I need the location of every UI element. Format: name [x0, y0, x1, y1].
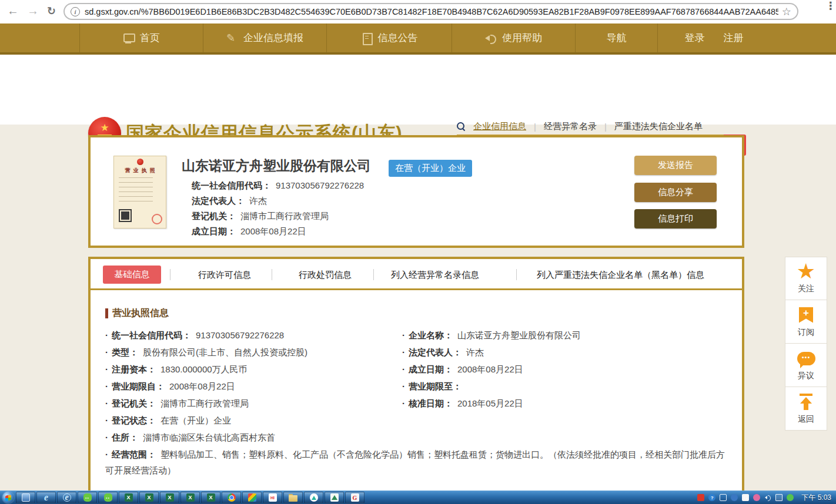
excel-button-3[interactable]	[160, 492, 179, 503]
browser-chrome: ← → ↻ sd.gsxt.gov.cn/%7BB6D019E6D1B6E86B…	[0, 0, 836, 23]
help-icon[interactable]	[708, 494, 715, 501]
print-info-button[interactable]: 信息打印	[634, 209, 717, 229]
company-key-fields: 统一社会信用代码：913703056792276228 法定代表人：许杰 登记机…	[192, 178, 364, 239]
back-to-top-tool[interactable]: 返回	[785, 387, 827, 431]
ie-app-button[interactable]	[36, 492, 56, 503]
document-icon	[361, 33, 373, 43]
speaker-icon	[485, 33, 497, 43]
ie-icon	[42, 493, 51, 502]
detail-tabs: 基础信息 行政许可信息 行政处罚信息 列入经营异常名录信息 列入严重违法失信企业…	[91, 259, 742, 290]
windows-taskbar: 下午 5:03	[0, 490, 836, 504]
ie-page-icon	[63, 493, 71, 502]
excel-button-4[interactable]	[180, 492, 200, 503]
share-info-button[interactable]: 信息分享	[634, 183, 717, 202]
browser-menu-icon[interactable]: ⋮	[825, 4, 830, 9]
separator	[272, 269, 272, 280]
window-icon[interactable]	[720, 494, 727, 501]
tab-basic-info[interactable]: 基础信息	[103, 266, 161, 284]
back-button[interactable]: ←	[7, 4, 19, 18]
nav-label: 企业信息填报	[243, 31, 303, 45]
search-category-tabs: 企业信用信息 | 经营异常名录 | 严重违法失信企业名单	[457, 121, 703, 132]
drive-app-icon	[310, 493, 318, 502]
address-bar[interactable]: sd.gsxt.gov.cn/%7BB6D019E6D1B6E86B3DC2B3…	[63, 3, 798, 20]
tab-abnormal-operation-list[interactable]: 列入经营异常名录信息	[391, 270, 479, 281]
subscribe-tool[interactable]: 订阅	[785, 300, 827, 344]
license-title: 营业执照	[114, 167, 166, 174]
excel-button-2[interactable]	[139, 492, 159, 503]
search-tab-credit-info[interactable]: 企业信用信息	[473, 121, 526, 132]
field-address: 住所：淄博市临淄区朱台镇北高西村东首	[105, 429, 730, 445]
red-g-app-button[interactable]	[345, 492, 365, 503]
photos-icon	[248, 493, 256, 502]
estate-app-button[interactable]	[325, 492, 344, 503]
search-tab-abnormal-list[interactable]: 经营异常名录	[544, 121, 597, 132]
excel-icon	[207, 493, 215, 502]
nav-item-enterprise-filing[interactable]: 企业信息填报	[203, 23, 326, 52]
desktop-app-button[interactable]	[16, 492, 35, 503]
nav-item-help[interactable]: 使用帮助	[452, 23, 575, 52]
site-header: ★ 国家企业信用信息公示系统(山东) National Enterprise C…	[0, 55, 836, 125]
field-establish-date: 成立日期：2008年08月22日	[192, 224, 364, 239]
nav-label: 信息公告	[378, 31, 418, 45]
follow-tool[interactable]: 关注	[785, 257, 827, 300]
search-icon	[457, 122, 466, 131]
dispute-tool[interactable]: 异议	[785, 344, 827, 387]
excel-icon	[125, 493, 133, 502]
nav-item-home[interactable]: 首页	[79, 23, 203, 52]
app-red-icon[interactable]	[697, 494, 704, 501]
volume-icon[interactable]	[764, 494, 771, 501]
chrome-icon	[228, 493, 236, 502]
register-link[interactable]: 注册	[724, 31, 744, 45]
star-icon	[797, 262, 815, 281]
nav-label: 首页	[140, 31, 160, 45]
business-license-thumbnail[interactable]: 营业执照	[113, 156, 166, 229]
excel-button-1[interactable]	[119, 492, 138, 503]
network-icon[interactable]	[775, 494, 783, 501]
estate-app-icon	[330, 493, 339, 502]
refresh-button[interactable]: ↻	[47, 5, 56, 18]
field-establish-date: 成立日期：2008年08月22日	[402, 361, 699, 377]
nav-item-login-register: 登录 注册	[657, 23, 770, 52]
red-g-icon[interactable]	[742, 494, 749, 501]
tab-administrative-penalty[interactable]: 行政处罚信息	[299, 270, 352, 281]
emblem-icon	[137, 159, 143, 165]
photos-app-button[interactable]	[242, 492, 262, 503]
page-info-icon[interactable]	[71, 7, 80, 16]
excel-button-5[interactable]	[201, 492, 220, 503]
folder-icon	[289, 495, 297, 502]
separator: |	[604, 122, 607, 132]
folder-button[interactable]	[283, 492, 303, 503]
person-icon[interactable]	[731, 494, 738, 501]
hi-app-button[interactable]	[263, 492, 282, 503]
license-fields: 统一社会信用代码：913703056792276228 企业名称：山东诺亚方舟塑…	[105, 327, 730, 478]
wechat-tray-icon[interactable]	[787, 494, 794, 501]
nav-item-announcements[interactable]: 信息公告	[326, 23, 452, 52]
wechat-button[interactable]	[78, 492, 97, 503]
separator: |	[534, 122, 536, 132]
excel-icon	[186, 493, 195, 502]
field-registration-authority: 登记机关：淄博市工商行政管理局	[105, 395, 402, 411]
wechat-icon	[104, 493, 112, 502]
system-tray: 下午 5:03	[697, 493, 831, 503]
send-report-button[interactable]: 发送报告	[634, 156, 717, 175]
start-button[interactable]	[2, 492, 15, 504]
taskbar-clock[interactable]: 下午 5:03	[801, 493, 831, 503]
qr-code	[119, 209, 132, 222]
tab-blacklist[interactable]: 列入严重违法失信企业名单（黑名单）信息	[537, 270, 704, 281]
login-link[interactable]: 登录	[685, 31, 705, 45]
tab-administrative-license[interactable]: 行政许可信息	[198, 270, 251, 281]
nav-label: 导航	[607, 31, 627, 45]
drive-app-button[interactable]	[304, 492, 323, 503]
nav-item-navigation[interactable]: 导航	[575, 23, 657, 52]
excel-icon	[166, 493, 174, 502]
bookmark-plus-icon	[799, 307, 813, 323]
ie-page-button[interactable]	[57, 492, 76, 503]
wechat-button-2[interactable]	[98, 492, 118, 503]
chrome-button[interactable]	[222, 492, 241, 503]
search-tab-blacklist[interactable]: 严重违法失信企业名单	[614, 121, 703, 132]
forward-button[interactable]: →	[27, 4, 39, 18]
pink-person-icon[interactable]	[753, 494, 760, 501]
section-marker	[105, 308, 108, 318]
bookmark-star-icon[interactable]	[782, 5, 791, 18]
field-term-from: 营业期限自：2008年08月22日	[105, 378, 402, 394]
